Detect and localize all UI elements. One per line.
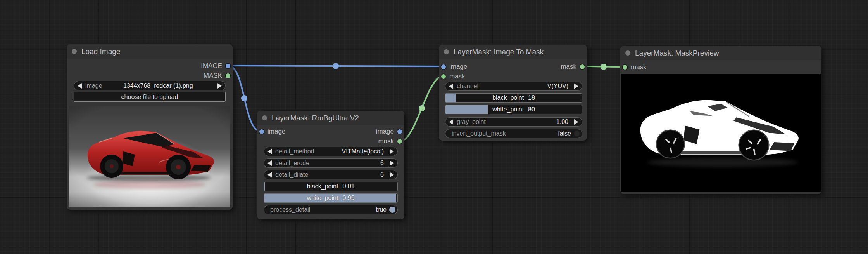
combo-right-arrow-icon[interactable] — [390, 149, 394, 154]
output-slot-image: IMAGE — [201, 61, 233, 71]
slider-value: 18 — [528, 94, 535, 101]
combo-label: channel — [457, 83, 478, 90]
output-slot-mask: mask — [378, 136, 404, 146]
gray-point-combo[interactable]: gray_point 1.00 — [445, 117, 582, 127]
wire-image-to-imagetomask — [228, 66, 443, 66]
input-slot-mask: mask — [620, 62, 647, 72]
channel-combo[interactable]: channel V(YUV) — [445, 82, 582, 91]
wire-midpoint-dot — [333, 63, 339, 69]
mask-output-port[interactable] — [397, 139, 402, 144]
combo-right-arrow-icon[interactable] — [574, 84, 578, 89]
combo-left-arrow-icon[interactable] — [78, 83, 82, 89]
slot-label: image — [376, 128, 394, 135]
node-load-image[interactable]: Load Image IMAGE MASK image 1344x768_red… — [67, 44, 233, 210]
input-slot-image: image — [439, 62, 467, 71]
image-output-port[interactable] — [397, 129, 402, 134]
combo-left-arrow-icon[interactable] — [267, 160, 272, 166]
white-point-slider[interactable]: white_point 0.99 — [264, 193, 398, 203]
node-title: LayerMask: MaskPreview — [635, 49, 719, 57]
slot-label: mask — [631, 63, 647, 71]
slot-label: image — [267, 128, 285, 135]
slot-label: mask — [449, 73, 465, 80]
input-slot-image: image — [257, 127, 285, 136]
mask-input-port[interactable] — [623, 65, 627, 70]
output-slot-mask: MASK — [204, 71, 233, 80]
white-car-mask — [621, 74, 821, 192]
combo-label: image — [85, 82, 102, 89]
wire-midpoint-dot — [419, 105, 425, 111]
node-title-bar[interactable]: LayerMask: RmBgUltra V2 — [257, 111, 404, 125]
black-point-slider[interactable]: black_point 18 — [445, 93, 582, 103]
slider-value: 80 — [528, 106, 535, 113]
wire-mask-to-preview — [583, 66, 624, 67]
node-image-to-mask[interactable]: LayerMask: Image To Mask image mask mask… — [439, 45, 587, 141]
combo-value: 6 — [380, 160, 384, 167]
combo-label: detail_dilate — [275, 171, 308, 178]
combo-right-arrow-icon[interactable] — [390, 160, 394, 166]
node-title-bar[interactable]: Load Image — [67, 44, 233, 59]
node-title-bar[interactable]: LayerMask: Image To Mask — [439, 45, 587, 59]
node-mask-preview[interactable]: LayerMask: MaskPreview mask — [620, 46, 821, 194]
process-detail-toggle[interactable]: process_detail true — [264, 205, 398, 214]
combo-right-arrow-icon[interactable] — [390, 172, 394, 177]
black-point-slider[interactable]: black_point 0.01 — [264, 182, 398, 191]
slider-label: black_point — [492, 94, 524, 101]
combo-label: detail_erode — [275, 160, 309, 167]
choose-file-button[interactable]: choose file to upload — [74, 92, 226, 102]
toggle-value: true — [376, 206, 387, 213]
combo-right-arrow-icon[interactable] — [574, 119, 578, 125]
slot-label: mask — [561, 63, 576, 70]
toggle-label: process_detail — [270, 206, 310, 213]
collapse-dot-icon[interactable] — [72, 49, 77, 54]
node-title: Load Image — [81, 47, 120, 56]
collapse-dot-icon[interactable] — [444, 49, 449, 54]
combo-right-arrow-icon[interactable] — [217, 83, 222, 89]
slider-label: white_point — [492, 106, 524, 113]
wire-midpoint-dot — [601, 64, 607, 70]
slot-label: IMAGE — [201, 62, 222, 70]
node-graph-canvas[interactable]: { "app": "ComfyUI node graph", "colors":… — [0, 0, 868, 254]
image-input-port[interactable] — [259, 129, 264, 134]
mask-input-port[interactable] — [441, 74, 446, 79]
mask-output-port[interactable] — [226, 73, 230, 78]
detail-erode-combo[interactable]: detail_erode 6 — [264, 158, 398, 168]
node-title: LayerMask: RmBgUltra V2 — [272, 114, 359, 122]
input-slot-mask: mask — [439, 71, 465, 81]
combo-left-arrow-icon[interactable] — [267, 149, 272, 154]
image-file-combo[interactable]: image 1344x768_redcar (1).png — [74, 81, 226, 90]
combo-value: VITMatte(local) — [342, 148, 384, 155]
wire-midpoint-dot — [241, 95, 247, 101]
combo-value: 6 — [380, 171, 384, 178]
slider-label: white_point — [307, 195, 338, 202]
toggle-knob-icon[interactable] — [389, 207, 395, 213]
combo-value: 1.00 — [556, 118, 568, 125]
white-point-slider[interactable]: white_point 80 — [445, 105, 582, 114]
node-rmbgultra-v2[interactable]: LayerMask: RmBgUltra V2 image image mask… — [257, 111, 404, 219]
detail-method-combo[interactable]: detail_method VITMatte(local) — [264, 147, 398, 156]
combo-label: detail_method — [275, 148, 314, 155]
output-slot-mask: mask — [561, 62, 587, 71]
collapse-dot-icon[interactable] — [625, 50, 630, 56]
wire-image-to-rmbg — [228, 66, 261, 131]
collapse-dot-icon[interactable] — [262, 115, 267, 120]
combo-left-arrow-icon[interactable] — [267, 172, 272, 177]
combo-left-arrow-icon[interactable] — [449, 119, 453, 125]
toggle-label: invert_output_mask — [452, 130, 506, 137]
node-title: LayerMask: Image To Mask — [454, 48, 544, 56]
combo-left-arrow-icon[interactable] — [449, 84, 453, 89]
toggle-knob-icon[interactable] — [574, 130, 580, 137]
combo-label: gray_point — [457, 118, 486, 125]
loaded-image-preview — [69, 106, 230, 207]
slot-label: image — [449, 63, 467, 70]
toggle-value: false — [558, 130, 571, 137]
slider-value: 0.01 — [342, 183, 354, 190]
combo-value: V(YUV) — [547, 83, 568, 90]
invert-output-mask-toggle[interactable]: invert_output_mask false — [445, 129, 582, 138]
detail-dilate-combo[interactable]: detail_dilate 6 — [264, 170, 398, 179]
mask-preview-image — [621, 74, 821, 192]
node-title-bar[interactable]: LayerMask: MaskPreview — [620, 46, 821, 60]
image-output-port[interactable] — [226, 64, 230, 68]
mask-output-port[interactable] — [580, 64, 585, 69]
image-input-port[interactable] — [441, 64, 446, 69]
red-car-photo — [69, 106, 230, 207]
